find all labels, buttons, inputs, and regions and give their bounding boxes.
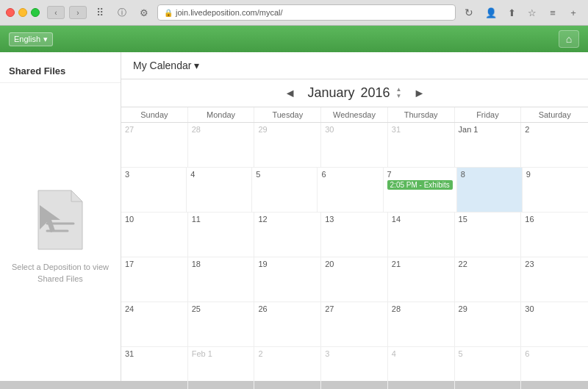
cal-week-5: 24 25 26 27 28 29 30 [121,302,588,347]
cal-cell[interactable]: 10 [121,213,188,257]
title-bar: ‹ › ⠿ ⓘ ⚙ 🔒 join.livedeposition.com/myca… [0,0,588,25]
toolbar-right: 👤 ⬆ ☆ ≡ + [482,6,582,19]
sidebar: Shared Files Select a Deposition to view… [0,52,121,381]
cal-cell[interactable]: 6 [521,347,588,389]
prev-month-button[interactable]: ◄ [282,87,299,100]
cal-cell-jan1[interactable]: Jan 1 [455,123,522,167]
bookmark-icon[interactable]: ☆ [523,6,541,19]
cal-cell[interactable]: 4 [388,347,455,389]
minimize-button[interactable] [18,8,27,17]
cal-event-exhibits[interactable]: 2:05 PM - Exhibits [387,180,453,190]
cal-cell[interactable]: 19 [254,257,321,301]
sidebar-empty-label: Select a Deposition to view Shared Files [7,262,113,285]
settings-icon[interactable]: ⚙ [135,6,153,19]
cal-cell[interactable]: 27 [121,123,188,167]
year-nav: ▲ ▼ [396,87,402,99]
day-header-fri: Friday [455,107,522,122]
cal-weeks: 27 28 29 30 31 Jan 1 2 3 4 5 6 7 2:05 [121,123,588,389]
home-button[interactable]: ⌂ [559,30,579,48]
sidebar-icon-area: Select a Deposition to view Shared Files [0,90,121,381]
cal-cell[interactable]: 5 [252,168,318,212]
new-tab-icon[interactable]: + [564,6,582,19]
calendar-nav: ◄ January 2016 ▲ ▼ ► [121,79,588,107]
cal-cell[interactable]: 12 [254,213,321,257]
user-icon[interactable]: 👤 [482,6,500,19]
maximize-button[interactable] [31,8,40,17]
month-year-display: January 2016 ▲ ▼ [307,85,401,101]
cal-cell[interactable]: Feb 1 [188,347,255,389]
day-header-thu: Thursday [388,107,455,122]
cal-cell[interactable]: 27 [321,302,388,346]
back-button[interactable]: ‹ [47,6,65,19]
close-button[interactable] [6,8,15,17]
cal-cell[interactable]: 30 [321,123,388,167]
menu-icon[interactable]: ≡ [544,6,562,19]
calendar-header: My Calendar ▾ [121,52,588,79]
sidebar-title: Shared Files [9,65,65,76]
year-up-button[interactable]: ▲ [396,87,402,93]
refresh-button[interactable]: ↻ [460,6,478,19]
cal-cell[interactable]: 22 [455,257,522,301]
cal-cell[interactable]: 17 [121,257,188,301]
cal-cell[interactable]: 5 [455,347,522,389]
day-header-wed: Wednesday [321,107,388,122]
cal-cell[interactable]: 31 [388,123,455,167]
cal-cell[interactable]: 31 [121,347,188,389]
url-text: join.livedeposition.com/mycal/ [176,8,283,17]
forward-button[interactable]: › [69,6,87,19]
calendar-title-button[interactable]: My Calendar ▾ [133,60,199,71]
cal-week-1: 27 28 29 30 31 Jan 1 2 [121,123,588,168]
cal-cell[interactable]: 15 [455,213,522,257]
day-header-tue: Tuesday [254,107,321,122]
browser-chrome: ‹ › ⠿ ⓘ ⚙ 🔒 join.livedeposition.com/myca… [0,0,588,26]
cal-cell[interactable]: 29 [254,123,321,167]
cal-cell[interactable]: 2 [521,123,588,167]
cal-cell[interactable]: 23 [521,257,588,301]
cal-week-4: 17 18 19 20 21 22 23 [121,257,588,302]
share-icon[interactable]: ⬆ [503,6,520,19]
cal-cell[interactable]: 11 [188,213,255,257]
cal-cell[interactable]: 21 [388,257,455,301]
cal-cell-jan7[interactable]: 7 2:05 PM - Exhibits [384,168,457,212]
lock-icon: 🔒 [164,9,173,17]
cal-week-3: 10 11 12 13 14 15 16 [121,213,588,257]
cal-cell[interactable]: 18 [188,257,255,301]
calendar-grid: Sunday Monday Tuesday Wednesday Thursday… [121,107,588,389]
cal-cell[interactable]: 28 [188,123,255,167]
cal-cell[interactable]: 26 [254,302,321,346]
cal-cell[interactable]: 6 [318,168,383,212]
home-icon: ⌂ [566,33,572,45]
current-month: January [307,85,354,101]
year-down-button[interactable]: ▼ [396,93,402,99]
cal-cell[interactable]: 4 [187,168,252,212]
cal-cell[interactable]: 3 [121,168,187,212]
cal-cell[interactable]: 29 [455,302,522,346]
cal-cell[interactable]: 28 [388,302,455,346]
day-header-sat: Saturday [521,107,588,122]
cal-cell[interactable]: 9 [523,168,588,212]
cal-cell[interactable]: 24 [121,302,188,346]
apps-icon[interactable]: ⠿ [91,6,109,19]
language-selector[interactable]: English ▾ [9,32,53,46]
current-year: 2016 [361,85,390,101]
calendar-title: My Calendar [133,60,191,71]
address-bar[interactable]: 🔒 join.livedeposition.com/mycal/ [157,4,456,21]
cal-cell[interactable]: 30 [521,302,588,346]
cal-cell[interactable]: 25 [188,302,255,346]
cal-cell[interactable]: 20 [321,257,388,301]
lang-dropdown-icon: ▾ [43,35,48,44]
info-icon[interactable]: ⓘ [113,6,131,19]
cal-cell-today[interactable]: 8 [457,168,523,212]
cal-cell[interactable]: 14 [388,213,455,257]
cal-cell[interactable]: 3 [321,347,388,389]
main-content: Shared Files Select a Deposition to view… [0,52,588,381]
cal-cell[interactable]: 16 [521,213,588,257]
cal-cell[interactable]: 2 [254,347,321,389]
calendar-dropdown-icon: ▾ [194,60,199,71]
cal-cell[interactable]: 13 [321,213,388,257]
next-month-button[interactable]: ► [411,87,429,100]
sidebar-header: Shared Files [0,60,121,83]
cal-week-6: 31 Feb 1 2 3 4 5 6 [121,347,588,389]
day-header-mon: Monday [188,107,255,122]
day-header-sun: Sunday [121,107,188,122]
